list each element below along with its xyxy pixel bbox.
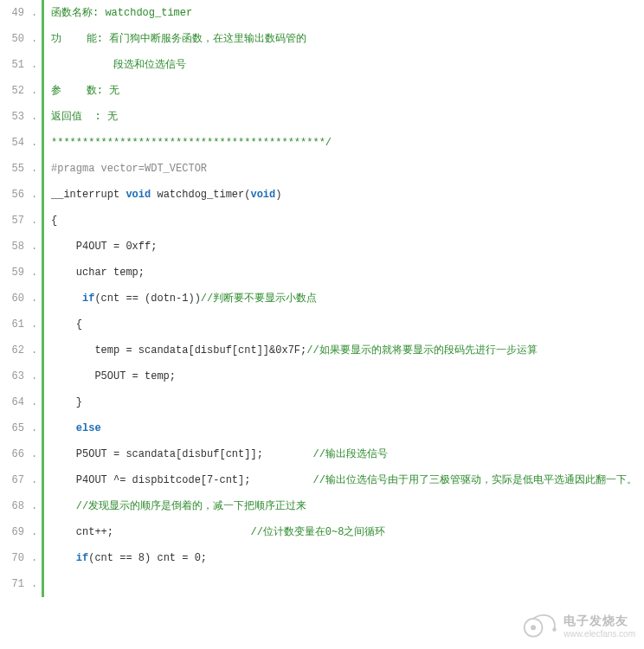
watermark-text: 电子发烧友 www.elecfans.com [564, 614, 635, 639]
token: uchar temp; [51, 267, 145, 279]
watermark: 电子发烧友 www.elecfans.com [518, 611, 635, 640]
code-content: P4OUT = 0xff; [51, 234, 644, 260]
code-content: ****************************************… [51, 130, 644, 156]
line-number: 68 [0, 493, 31, 519]
line-marker [42, 156, 44, 182]
gutter-dot: . [31, 182, 36, 208]
line-marker [42, 0, 44, 26]
token-keyword: if [82, 292, 94, 305]
line-number: 58 [0, 234, 31, 260]
code-content: #pragma vector=WDT_VECTOR [51, 156, 644, 182]
line-marker [42, 208, 44, 234]
line-marker [42, 26, 44, 52]
code-content: P5OUT = scandata[disbuf[cnt]]; //输出段选信号 [51, 441, 644, 467]
line-marker [42, 441, 44, 467]
line-number: 50 [0, 26, 31, 52]
watermark-url: www.elecfans.com [564, 629, 635, 639]
gutter-dot: . [31, 441, 36, 467]
line-number: 49 [0, 0, 31, 26]
code-content: if(cnt == (dotn-1))//判断要不要显示小数点 [51, 286, 644, 312]
line-marker [42, 467, 44, 493]
code-block: 49.函数名称: watchdog_timer50.功 能: 看门狗中断服务函数… [0, 0, 644, 597]
token-green: //判断要不要显示小数点 [201, 292, 317, 305]
line-number: 52 [0, 78, 31, 104]
gutter-dot: . [31, 208, 36, 234]
token: { [51, 318, 82, 331]
token-keyword: if [76, 552, 88, 564]
line-marker [42, 286, 44, 312]
code-line: 69. cnt++; //位计数变量在0~8之间循环 [0, 519, 644, 545]
token: cnt++; [51, 526, 250, 538]
code-content: P4OUT ^= dispbitcode[7-cnt]; //输出位选信号由于用… [51, 467, 644, 493]
code-content: temp = scandata[disbuf[cnt]]&0x7F;//如果要显… [51, 337, 644, 363]
code-line: 66. P5OUT = scandata[disbuf[cnt]]; //输出段… [0, 441, 644, 467]
gutter-dot: . [31, 415, 36, 441]
gutter-dot: . [31, 389, 36, 415]
code-content: __interrupt void watchdog_timer(void) [51, 182, 644, 208]
token: P4OUT = 0xff; [51, 241, 157, 253]
token-green: //如果要显示的就将要显示的段码先进行一步运算 [306, 344, 537, 357]
code-line: 70. if(cnt == 8) cnt = 0; [0, 545, 644, 571]
code-line: 52.参 数: 无 [0, 78, 644, 104]
line-marker [42, 493, 44, 519]
watermark-logo-icon [518, 611, 558, 640]
token: __interrupt [51, 189, 126, 201]
token-green: 函数名称: watchdog_timer [51, 7, 192, 19]
code-content: cnt++; //位计数变量在0~8之间循环 [51, 519, 644, 545]
code-line: 57.{ [0, 208, 644, 234]
code-content: 段选和位选信号 [51, 52, 644, 78]
token-green: 返回值 : 无 [51, 111, 118, 123]
token [51, 292, 82, 305]
token [51, 422, 76, 434]
gutter-dot: . [31, 519, 36, 545]
code-line: 68. //发现显示的顺序是倒着的，减一下把顺序正过来 [0, 493, 644, 519]
line-marker [42, 312, 44, 337]
token: (cnt == 8) cnt = 0; [88, 552, 207, 564]
line-number: 67 [0, 467, 31, 493]
line-marker [42, 545, 44, 571]
code-line: 50.功 能: 看门狗中断服务函数，在这里输出数码管的 [0, 26, 644, 52]
line-marker [42, 389, 44, 415]
token: temp = scandata[disbuf[cnt]]&0x7F; [51, 344, 306, 357]
code-content: uchar temp; [51, 260, 644, 286]
code-content: 返回值 : 无 [51, 104, 644, 130]
gutter-dot: . [31, 467, 36, 493]
code-content: 函数名称: watchdog_timer [51, 0, 644, 26]
token-green: //输出段选信号 [312, 448, 387, 460]
token-green: 参 数: 无 [51, 85, 119, 97]
svg-point-1 [552, 627, 556, 631]
token-keyword: void [126, 189, 151, 201]
code-line: 53.返回值 : 无 [0, 104, 644, 130]
line-number: 63 [0, 363, 31, 389]
token-green: 功 能: 看门狗中断服务函数，在这里输出数码管的 [51, 33, 306, 45]
code-line: 63. P5OUT = temp; [0, 363, 644, 389]
code-line: 51. 段选和位选信号 [0, 52, 644, 78]
token: P5OUT = scandata[disbuf[cnt]]; [51, 448, 312, 460]
token: (cnt == (dotn-1)) [94, 292, 200, 305]
code-line: 59. uchar temp; [0, 260, 644, 286]
line-number: 62 [0, 337, 31, 363]
line-number: 64 [0, 389, 31, 415]
gutter-dot: . [31, 104, 36, 130]
token: ) [275, 189, 281, 201]
line-number: 60 [0, 286, 31, 312]
token: { [51, 215, 57, 227]
line-marker [42, 571, 44, 597]
line-number: 59 [0, 260, 31, 286]
line-number: 71 [0, 571, 31, 597]
line-marker [42, 415, 44, 441]
code-content: else [51, 415, 644, 441]
line-number: 51 [0, 52, 31, 78]
gutter-dot: . [31, 52, 36, 78]
code-line: 65. else [0, 415, 644, 441]
line-number: 66 [0, 441, 31, 467]
line-number: 69 [0, 519, 31, 545]
line-marker [42, 78, 44, 104]
gutter-dot: . [31, 260, 36, 286]
code-line: 71. [0, 571, 644, 597]
code-line: 58. P4OUT = 0xff; [0, 234, 644, 260]
gutter-dot: . [31, 130, 36, 156]
token [51, 500, 76, 512]
code-content: 功 能: 看门狗中断服务函数，在这里输出数码管的 [51, 26, 644, 52]
token [51, 552, 76, 564]
